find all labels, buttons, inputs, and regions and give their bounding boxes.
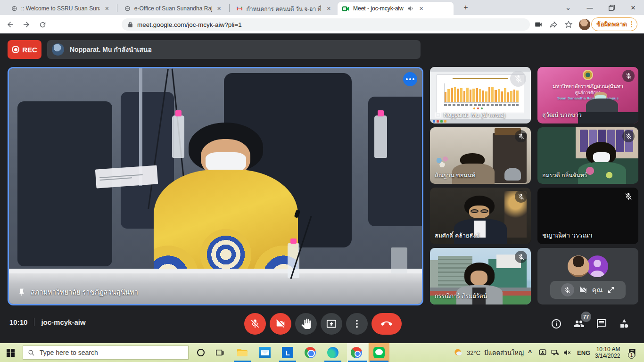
mic-muted-indicator <box>622 70 635 82</box>
tab-close-button[interactable]: ✕ <box>418 5 425 12</box>
cortana-button[interactable] <box>191 345 210 360</box>
notification-center-button[interactable]: 1 <box>627 343 636 362</box>
tray-time: 10:10 AM <box>596 346 620 353</box>
weather-widget[interactable]: 32°C มีแดดส่วนใหญ่ <box>454 343 524 362</box>
edge-button[interactable] <box>323 345 342 360</box>
windows-taskbar: Type here to search L 32°C มีแดดส่วนใหญ่… <box>0 343 644 362</box>
tab-gmail-schedule[interactable]: กำหนดการ ตคนบดี วัน จ-อา ที่ 14-20 ✕ <box>232 2 336 15</box>
screen: :: Welcome to SSRU Suan Sunanc ✕ e-Offic… <box>0 0 644 362</box>
tile-participant-somsak[interactable]: สมศักดิ์ คล้ายสังข์ <box>430 188 531 244</box>
mail-app-button[interactable] <box>256 345 274 360</box>
tile-label: Nopparat. Mu (นำเสนอ) <box>435 110 505 120</box>
tab-eoffice[interactable]: e-Office of Suan Sunandha Rajab ✕ <box>120 2 226 15</box>
window-close-button[interactable]: ✕ <box>622 0 644 15</box>
main-video-name: สภามหาวิทยาลัย ราชภัฏสวนสุนันทา <box>31 287 138 297</box>
meet-now-button[interactable] <box>538 343 547 362</box>
expand-icon[interactable] <box>607 286 615 294</box>
tile-participant-chayanisa[interactable]: ชญาณิศา วรรณา <box>537 188 638 244</box>
main-video-pinned[interactable]: สภามหาวิทยาลัย ราชภัฏสวนสุนันทา <box>8 67 423 305</box>
network-tray-icon[interactable] <box>551 343 559 362</box>
camera-allowed-icon[interactable] <box>532 18 545 31</box>
chrome-button[interactable] <box>301 345 320 360</box>
tab-close-button[interactable]: ✕ <box>215 5 223 12</box>
university-logo <box>583 70 593 80</box>
participant-name: กรรณิการ์ ภิรมย์รัตน์ <box>435 291 487 301</box>
clock-widget[interactable]: 10:10 AM 3/14/2022 <box>595 343 620 362</box>
mic-toggle-button[interactable] <box>244 313 266 335</box>
more-options-button[interactable] <box>346 313 368 335</box>
notification-count-badge: 1 <box>628 352 635 359</box>
new-tab-button[interactable]: + <box>458 0 473 15</box>
start-button[interactable] <box>1 345 20 360</box>
meeting-clock: 10:10 <box>9 318 27 326</box>
camera-toggle-button[interactable] <box>270 313 291 335</box>
tray-overflow-chevron[interactable]: ^ <box>528 343 532 362</box>
cortana-icon <box>197 349 205 356</box>
tile-participant-suwat[interactable]: มหาวิทยาลัยราชภัฏสวนสุนันทา ศูนย์การศึกษ… <box>537 67 638 123</box>
gmail-icon <box>237 6 242 11</box>
file-explorer-button[interactable] <box>233 345 252 360</box>
language-indicator[interactable]: ENG <box>577 343 590 362</box>
back-button[interactable] <box>4 18 17 31</box>
raise-hand-button[interactable] <box>295 313 317 335</box>
bookmark-star-button[interactable] <box>562 18 575 31</box>
window-minimize-button[interactable]: — <box>579 0 601 15</box>
l-app-button[interactable]: L <box>278 345 297 360</box>
you-label: คุณ <box>592 285 603 295</box>
forward-button[interactable] <box>20 18 33 31</box>
chat-button[interactable] <box>595 317 608 330</box>
tile-participant-santhan[interactable]: สัณฐาน ชยนนท์ <box>430 127 531 184</box>
window-restore-button[interactable] <box>601 0 622 15</box>
volume-muted-tray-icon[interactable] <box>563 343 571 362</box>
activities-button[interactable] <box>618 317 631 330</box>
globe-icon <box>124 5 131 12</box>
chrome-profile-button[interactable] <box>347 345 366 360</box>
browser-menu-icon[interactable] <box>631 21 632 27</box>
more-options-button[interactable] <box>403 72 417 86</box>
tile-participant-amornwadee[interactable]: อมรวดี กลิ่นจันทร์ <box>537 127 638 184</box>
tile-presentation[interactable]: Nopparat. Mu (นำเสนอ) <box>430 67 531 123</box>
folder-icon <box>237 348 248 357</box>
meeting-info: 10:10 joc-mcyk-aiw <box>9 318 86 326</box>
you-mic-muted-button[interactable] <box>561 283 574 296</box>
reload-button[interactable] <box>36 18 49 31</box>
tab-title: Meet - joc-mcyk-aiw <box>353 5 404 12</box>
divider <box>34 318 34 326</box>
share-button[interactable] <box>547 18 560 31</box>
pin-icon[interactable] <box>17 288 26 296</box>
present-icon <box>326 319 337 329</box>
address-bar[interactable]: meet.google.com/joc-mcyk-aiw?pli=1 <box>122 18 530 31</box>
videocam-off-icon <box>275 319 286 329</box>
tab-close-button[interactable]: ✕ <box>104 5 110 12</box>
participants-button[interactable]: 77 <box>572 317 586 330</box>
meeting-code: joc-mcyk-aiw <box>41 318 85 326</box>
profile-avatar[interactable] <box>578 18 591 31</box>
present-screen-button[interactable] <box>321 313 342 335</box>
record-icon <box>12 46 19 53</box>
chrome-error-button[interactable]: ข้อผิดพลาด <box>591 17 637 31</box>
edge-icon <box>327 347 339 358</box>
tab-meet-active[interactable]: Meet - joc-mcyk-aiw ✕ <box>338 2 454 15</box>
star-icon <box>564 20 573 29</box>
task-view-button[interactable] <box>210 345 229 360</box>
meeting-details-button[interactable] <box>550 317 563 330</box>
browser-tab-strip: :: Welcome to SSRU Suan Sunanc ✕ e-Offic… <box>0 0 644 15</box>
globe-icon <box>11 5 17 12</box>
main-video-feed <box>9 68 422 304</box>
chrome-icon <box>351 347 362 358</box>
tile-you[interactable]: คุณ <box>537 248 638 304</box>
tile-participant-kannika[interactable]: กรรณิการ์ ภิรมย์รัตน์ <box>430 248 531 304</box>
taskbar-search[interactable]: Type here to search <box>23 346 189 360</box>
tab-ssru-welcome[interactable]: :: Welcome to SSRU Suan Sunanc ✕ <box>7 2 114 15</box>
tab-audio-icon[interactable] <box>407 5 414 12</box>
end-call-button[interactable] <box>372 313 402 335</box>
search-placeholder: Type here to search <box>40 349 98 356</box>
line-app-button[interactable] <box>370 345 388 360</box>
tab-close-button[interactable]: ✕ <box>326 5 332 12</box>
tab-search-chevron[interactable]: ⌄ <box>557 0 579 15</box>
mail-icon <box>259 347 271 358</box>
videocam-off-icon[interactable] <box>579 286 587 294</box>
browser-toolbar: meet.google.com/joc-mcyk-aiw?pli=1 ข้อผิ… <box>0 15 644 33</box>
you-controls: คุณ <box>550 281 626 299</box>
participant-name: อมรวดี กลิ่นจันทร์ <box>542 171 587 180</box>
